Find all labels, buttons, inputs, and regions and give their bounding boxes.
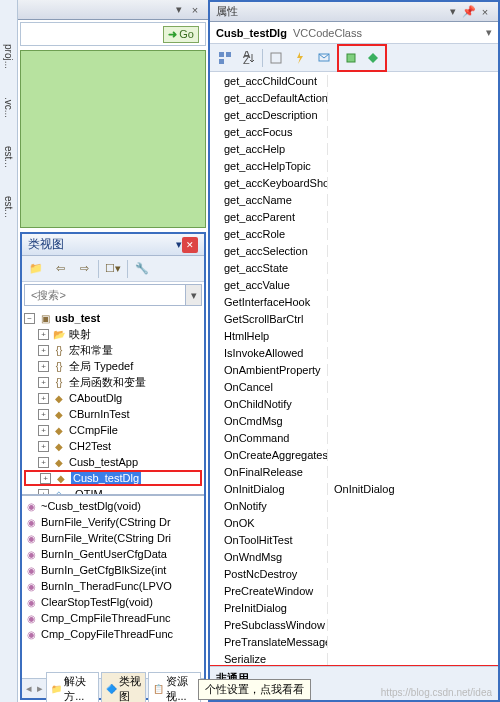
member-item[interactable]: ◉Cmp_CopyFileThreadFunc — [24, 626, 202, 642]
property-row[interactable]: PreCreateWindow — [210, 582, 498, 599]
property-row[interactable]: Serialize — [210, 650, 498, 666]
class-view-title-bar[interactable]: 类视图 ▾ ✕ — [22, 234, 204, 256]
property-row[interactable]: OnCreateAggregates — [210, 446, 498, 463]
expander-icon[interactable]: + — [38, 329, 49, 340]
property-row[interactable]: get_accHelpTopic — [210, 157, 498, 174]
expander-icon[interactable]: + — [38, 409, 49, 420]
side-tab[interactable]: est... — [3, 142, 14, 172]
expander-icon[interactable]: − — [24, 313, 35, 324]
property-row[interactable]: OnAmbientProperty — [210, 361, 498, 378]
property-row[interactable]: get_accValue — [210, 276, 498, 293]
alphabetical-icon[interactable]: AZ — [238, 47, 260, 69]
property-row[interactable]: get_accSelection — [210, 242, 498, 259]
tab-resource[interactable]: 📋资源视... — [148, 672, 201, 702]
back-icon[interactable]: ⇦ — [50, 259, 70, 279]
go-button[interactable]: ➜ Go — [163, 26, 199, 43]
pin-icon[interactable]: 📌 — [462, 5, 476, 19]
tree-node[interactable]: +◆Cusb_testDlg — [24, 470, 202, 486]
property-row[interactable]: OnFinalRelease — [210, 463, 498, 480]
property-row[interactable]: OnCancel — [210, 378, 498, 395]
tree-node[interactable]: +◆CAboutDlg — [24, 390, 202, 406]
member-item[interactable]: ◉BurnIn_TheradFunc(LPVO — [24, 578, 202, 594]
property-row[interactable]: PreTranslateMessage — [210, 633, 498, 650]
property-row[interactable]: get_accState — [210, 259, 498, 276]
class-tree[interactable]: − ▣ usb_test +📂映射+{}宏和常量+{}全局 Typedef+{}… — [22, 308, 204, 496]
tree-node[interactable]: +◆CBurnInTest — [24, 406, 202, 422]
property-row[interactable]: HtmlHelp — [210, 327, 498, 344]
property-grid[interactable]: get_accChildCountget_accDefaultActionget… — [210, 72, 498, 666]
property-row[interactable]: PreSubclassWindow — [210, 616, 498, 633]
expander-icon[interactable]: + — [38, 345, 49, 356]
property-row[interactable]: PreInitDialog — [210, 599, 498, 616]
side-tab[interactable]: proj... — [3, 40, 14, 73]
expander-icon[interactable]: + — [38, 457, 49, 468]
expander-icon[interactable]: + — [38, 441, 49, 452]
property-row[interactable]: get_accDefaultAction — [210, 89, 498, 106]
expander-icon[interactable]: + — [40, 473, 51, 484]
properties-page-icon[interactable] — [265, 47, 287, 69]
property-value[interactable]: OnInitDialog — [328, 483, 498, 495]
expander-icon[interactable]: + — [38, 489, 49, 497]
close-icon[interactable]: × — [478, 5, 492, 19]
scroll-right-icon[interactable]: ▸ — [35, 682, 46, 696]
tree-node[interactable]: +📂映射 — [24, 326, 202, 342]
property-row[interactable]: OnWndMsg — [210, 548, 498, 565]
dropdown-icon[interactable]: ▾ — [172, 3, 186, 17]
property-row[interactable]: get_accName — [210, 191, 498, 208]
forward-icon[interactable]: ⇨ — [74, 259, 94, 279]
property-row[interactable]: get_accFocus — [210, 123, 498, 140]
property-row[interactable]: get_accRole — [210, 225, 498, 242]
project-node[interactable]: usb_test — [55, 312, 100, 324]
class-selector[interactable]: Cusb_testDlg VCCodeClass ▾ — [210, 22, 498, 44]
member-item[interactable]: ◉BurnIn_GentUserCfgData — [24, 546, 202, 562]
property-row[interactable]: IsInvokeAllowed — [210, 344, 498, 361]
overrides-icon[interactable] — [340, 47, 362, 69]
search-dropdown-icon[interactable]: ▾ — [186, 284, 202, 306]
property-row[interactable]: GetInterfaceHook — [210, 293, 498, 310]
tree-node[interactable]: +◆Cusb_testApp — [24, 454, 202, 470]
property-row[interactable]: OnToolHitTest — [210, 531, 498, 548]
scroll-left-icon[interactable]: ◂ — [24, 682, 35, 696]
messages-icon[interactable] — [313, 47, 335, 69]
property-row[interactable]: get_accChildCount — [210, 72, 498, 89]
property-row[interactable]: get_accParent — [210, 208, 498, 225]
member-list[interactable]: ◉~Cusb_testDlg(void)◉BurnFile_Verify(CSt… — [22, 496, 204, 678]
expander-icon[interactable]: + — [38, 377, 49, 388]
property-row[interactable]: GetScrollBarCtrl — [210, 310, 498, 327]
view-icon[interactable]: ☐▾ — [103, 259, 123, 279]
member-item[interactable]: ◉ClearStopTestFlg(void) — [24, 594, 202, 610]
search-input[interactable] — [24, 284, 186, 306]
property-row[interactable]: PostNcDestroy — [210, 565, 498, 582]
tree-node[interactable]: +◆CCmpFile — [24, 422, 202, 438]
member-item[interactable]: ◉BurnFile_Write(CString Dri — [24, 530, 202, 546]
chevron-down-icon[interactable]: ▾ — [486, 26, 492, 39]
property-row[interactable]: OnOK — [210, 514, 498, 531]
member-item[interactable]: ◉Cmp_CmpFileThreadFunc — [24, 610, 202, 626]
member-item[interactable]: ◉~Cusb_testDlg(void) — [24, 498, 202, 514]
tree-node[interactable]: +◆CH2Test — [24, 438, 202, 454]
tree-node[interactable]: +{}全局 Typedef — [24, 358, 202, 374]
property-row[interactable]: OnCommand — [210, 429, 498, 446]
dropdown-icon[interactable]: ▾ — [446, 5, 460, 19]
side-tab[interactable]: .vc... — [3, 93, 14, 122]
member-item[interactable]: ◉BurnIn_GetCfgBlkSize(int — [24, 562, 202, 578]
overrides-diamond-icon[interactable] — [362, 47, 384, 69]
property-row[interactable]: get_accKeyboardShortcut — [210, 174, 498, 191]
events-icon[interactable] — [289, 47, 311, 69]
new-folder-icon[interactable]: 📁 — [26, 259, 46, 279]
property-row[interactable]: OnChildNotify — [210, 395, 498, 412]
canvas-area[interactable] — [20, 50, 206, 228]
property-row[interactable]: get_accDescription — [210, 106, 498, 123]
property-row[interactable]: OnInitDialogOnInitDialog — [210, 480, 498, 497]
property-row[interactable]: OnCmdMsg — [210, 412, 498, 429]
categorized-icon[interactable] — [214, 47, 236, 69]
member-item[interactable]: ◉BurnFile_Verify(CString Dr — [24, 514, 202, 530]
tab-solution[interactable]: 📁解决方... — [46, 672, 99, 702]
settings-icon[interactable]: 🔧 — [132, 259, 152, 279]
expander-icon[interactable]: + — [38, 361, 49, 372]
tree-node[interactable]: +◇_OTIM_ — [24, 486, 202, 496]
side-tab[interactable]: est... — [3, 192, 14, 222]
expander-icon[interactable]: + — [38, 425, 49, 436]
property-row[interactable]: get_accHelp — [210, 140, 498, 157]
tree-node[interactable]: +{}宏和常量 — [24, 342, 202, 358]
